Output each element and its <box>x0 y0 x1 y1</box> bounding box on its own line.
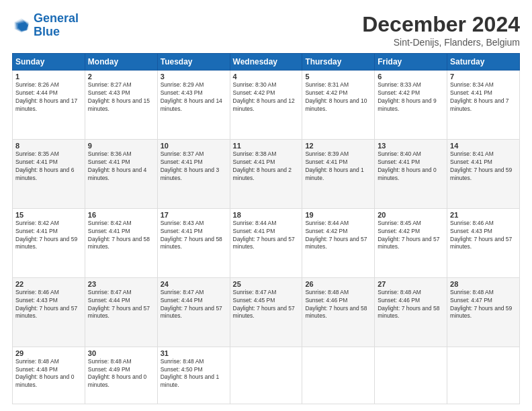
day-info: Sunrise: 8:48 AMSunset: 4:46 PMDaylight:… <box>378 289 444 321</box>
day-info: Sunrise: 8:30 AMSunset: 4:42 PMDaylight:… <box>233 81 300 113</box>
day-number: 11 <box>233 142 300 150</box>
calendar-cell: 21Sunrise: 8:46 AMSunset: 4:43 PMDayligh… <box>447 208 520 277</box>
day-info: Sunrise: 8:47 AMSunset: 4:44 PMDaylight:… <box>88 289 154 321</box>
calendar-cell: 13Sunrise: 8:40 AMSunset: 4:41 PMDayligh… <box>375 139 447 208</box>
day-number: 25 <box>233 280 300 288</box>
calendar-cell: 31Sunrise: 8:48 AMSunset: 4:50 PMDayligh… <box>157 347 230 404</box>
day-info: Sunrise: 8:36 AMSunset: 4:41 PMDaylight:… <box>88 150 154 183</box>
calendar-cell <box>447 347 520 404</box>
calendar-cell: 11Sunrise: 8:38 AMSunset: 4:41 PMDayligh… <box>230 139 302 208</box>
calendar-cell: 7Sunrise: 8:34 AMSunset: 4:41 PMDaylight… <box>447 71 520 140</box>
header: General Blue December 2024 Sint-Denijs, … <box>12 12 520 48</box>
calendar-cell: 3Sunrise: 8:29 AMSunset: 4:43 PMDaylight… <box>157 71 230 140</box>
calendar-cell: 15Sunrise: 8:42 AMSunset: 4:41 PMDayligh… <box>13 208 85 277</box>
day-number: 8 <box>15 142 82 150</box>
day-number: 29 <box>15 349 82 357</box>
day-info: Sunrise: 8:33 AMSunset: 4:42 PMDaylight:… <box>378 81 444 113</box>
day-number: 23 <box>88 280 154 288</box>
header-wednesday: Wednesday <box>230 54 302 71</box>
calendar-cell: 29Sunrise: 8:48 AMSunset: 4:48 PMDayligh… <box>13 347 85 404</box>
calendar-cell: 1Sunrise: 8:26 AMSunset: 4:44 PMDaylight… <box>13 71 85 140</box>
header-thursday: Thursday <box>302 54 375 71</box>
calendar-cell: 12Sunrise: 8:39 AMSunset: 4:41 PMDayligh… <box>302 139 375 208</box>
calendar-cell: 4Sunrise: 8:30 AMSunset: 4:42 PMDaylight… <box>230 71 302 140</box>
day-info: Sunrise: 8:34 AMSunset: 4:41 PMDaylight:… <box>450 81 517 113</box>
day-info: Sunrise: 8:48 AMSunset: 4:46 PMDaylight:… <box>305 289 371 321</box>
day-info: Sunrise: 8:47 AMSunset: 4:45 PMDaylight:… <box>233 289 300 321</box>
calendar-cell <box>375 347 447 404</box>
header-saturday: Saturday <box>447 54 520 71</box>
calendar-cell: 9Sunrise: 8:36 AMSunset: 4:41 PMDaylight… <box>85 139 157 208</box>
day-info: Sunrise: 8:39 AMSunset: 4:41 PMDaylight:… <box>305 150 371 183</box>
calendar-cell: 10Sunrise: 8:37 AMSunset: 4:41 PMDayligh… <box>157 139 230 208</box>
logo-icon <box>12 16 31 35</box>
title-block: December 2024 Sint-Denijs, Flanders, Bel… <box>362 12 520 48</box>
day-number: 30 <box>88 349 154 357</box>
day-info: Sunrise: 8:40 AMSunset: 4:41 PMDaylight:… <box>378 150 444 183</box>
logo-text: General Blue <box>34 12 79 39</box>
day-number: 7 <box>450 73 517 81</box>
calendar-cell: 5Sunrise: 8:31 AMSunset: 4:42 PMDaylight… <box>302 71 375 140</box>
week-row-3: 15Sunrise: 8:42 AMSunset: 4:41 PMDayligh… <box>13 208 520 277</box>
week-row-2: 8Sunrise: 8:35 AMSunset: 4:41 PMDaylight… <box>13 139 520 208</box>
calendar-cell: 8Sunrise: 8:35 AMSunset: 4:41 PMDaylight… <box>13 139 85 208</box>
day-number: 15 <box>15 211 82 219</box>
day-info: Sunrise: 8:44 AMSunset: 4:41 PMDaylight:… <box>233 220 300 252</box>
week-row-4: 22Sunrise: 8:46 AMSunset: 4:43 PMDayligh… <box>13 277 520 347</box>
day-number: 5 <box>305 73 371 81</box>
day-number: 12 <box>305 142 371 150</box>
calendar-cell: 25Sunrise: 8:47 AMSunset: 4:45 PMDayligh… <box>230 277 302 347</box>
calendar-header-row: Sunday Monday Tuesday Wednesday Thursday… <box>13 54 520 71</box>
calendar-cell: 2Sunrise: 8:27 AMSunset: 4:43 PMDaylight… <box>85 71 157 140</box>
page: General Blue December 2024 Sint-Denijs, … <box>0 0 532 411</box>
day-info: Sunrise: 8:42 AMSunset: 4:41 PMDaylight:… <box>88 220 154 252</box>
day-info: Sunrise: 8:48 AMSunset: 4:47 PMDaylight:… <box>450 289 517 321</box>
day-info: Sunrise: 8:42 AMSunset: 4:41 PMDaylight:… <box>15 220 82 252</box>
day-number: 2 <box>88 73 154 81</box>
day-info: Sunrise: 8:47 AMSunset: 4:44 PMDaylight:… <box>161 289 227 321</box>
day-info: Sunrise: 8:44 AMSunset: 4:42 PMDaylight:… <box>305 220 371 252</box>
week-row-5: 29Sunrise: 8:48 AMSunset: 4:48 PMDayligh… <box>13 347 520 404</box>
day-info: Sunrise: 8:27 AMSunset: 4:43 PMDaylight:… <box>88 81 154 113</box>
day-number: 31 <box>161 349 227 357</box>
calendar-table: Sunday Monday Tuesday Wednesday Thursday… <box>12 53 520 404</box>
day-number: 14 <box>450 142 517 150</box>
day-number: 28 <box>450 280 517 288</box>
header-monday: Monday <box>85 54 157 71</box>
main-title: December 2024 <box>362 12 520 37</box>
calendar-cell: 24Sunrise: 8:47 AMSunset: 4:44 PMDayligh… <box>157 277 230 347</box>
calendar-cell: 26Sunrise: 8:48 AMSunset: 4:46 PMDayligh… <box>302 277 375 347</box>
day-number: 4 <box>233 73 300 81</box>
header-sunday: Sunday <box>13 54 85 71</box>
day-number: 16 <box>88 211 154 219</box>
day-number: 1 <box>15 73 82 81</box>
day-info: Sunrise: 8:29 AMSunset: 4:43 PMDaylight:… <box>161 81 227 113</box>
day-info: Sunrise: 8:48 AMSunset: 4:49 PMDaylight:… <box>88 358 154 390</box>
header-friday: Friday <box>375 54 447 71</box>
day-info: Sunrise: 8:48 AMSunset: 4:50 PMDaylight:… <box>161 358 227 390</box>
calendar-cell: 22Sunrise: 8:46 AMSunset: 4:43 PMDayligh… <box>13 277 85 347</box>
day-number: 10 <box>161 142 227 150</box>
calendar-cell: 17Sunrise: 8:43 AMSunset: 4:41 PMDayligh… <box>157 208 230 277</box>
logo: General Blue <box>12 12 79 39</box>
calendar-cell: 28Sunrise: 8:48 AMSunset: 4:47 PMDayligh… <box>447 277 520 347</box>
day-info: Sunrise: 8:48 AMSunset: 4:48 PMDaylight:… <box>15 358 82 390</box>
subtitle: Sint-Denijs, Flanders, Belgium <box>362 37 520 48</box>
day-number: 19 <box>305 211 371 219</box>
day-number: 13 <box>378 142 444 150</box>
day-number: 26 <box>305 280 371 288</box>
day-number: 17 <box>161 211 227 219</box>
calendar-cell: 18Sunrise: 8:44 AMSunset: 4:41 PMDayligh… <box>230 208 302 277</box>
day-info: Sunrise: 8:41 AMSunset: 4:41 PMDaylight:… <box>450 150 517 183</box>
calendar-cell: 23Sunrise: 8:47 AMSunset: 4:44 PMDayligh… <box>85 277 157 347</box>
calendar-cell: 6Sunrise: 8:33 AMSunset: 4:42 PMDaylight… <box>375 71 447 140</box>
calendar-cell: 16Sunrise: 8:42 AMSunset: 4:41 PMDayligh… <box>85 208 157 277</box>
calendar-cell: 30Sunrise: 8:48 AMSunset: 4:49 PMDayligh… <box>85 347 157 404</box>
calendar-cell: 19Sunrise: 8:44 AMSunset: 4:42 PMDayligh… <box>302 208 375 277</box>
calendar-cell <box>302 347 375 404</box>
day-info: Sunrise: 8:37 AMSunset: 4:41 PMDaylight:… <box>161 150 227 183</box>
day-number: 9 <box>88 142 154 150</box>
week-row-1: 1Sunrise: 8:26 AMSunset: 4:44 PMDaylight… <box>13 71 520 140</box>
day-number: 3 <box>161 73 227 81</box>
day-number: 6 <box>378 73 444 81</box>
